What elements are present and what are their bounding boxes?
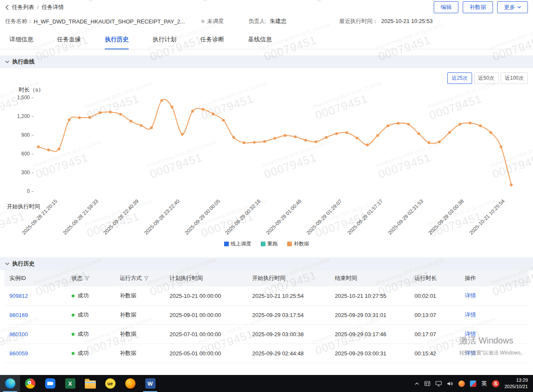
data-point[interactable] [294, 135, 297, 138]
owner-label: 负责人: [248, 18, 267, 24]
data-point[interactable] [428, 141, 430, 144]
curve-section-title: 执行曲线 [12, 58, 35, 66]
data-point[interactable] [366, 144, 369, 146]
instance-id-link[interactable]: 909812 [9, 293, 72, 299]
detail-link[interactable]: 详情 [465, 311, 529, 319]
range-button-last25[interactable]: 近25次 [447, 72, 472, 84]
data-point[interactable] [47, 149, 50, 151]
data-point[interactable] [150, 127, 153, 129]
instance-id-link[interactable]: 860100 [9, 331, 72, 337]
curve-section-header[interactable]: 执行曲线 [0, 55, 533, 68]
data-point[interactable] [212, 112, 214, 115]
breadcrumb-task-list[interactable]: 任务列表 [12, 3, 34, 11]
data-point[interactable] [386, 124, 389, 127]
data-point[interactable] [335, 132, 338, 135]
taskbar-excel-icon[interactable]: X [60, 375, 80, 392]
taskbar-chrome-icon[interactable] [20, 375, 40, 392]
taskbar-explorer-icon[interactable] [80, 375, 100, 392]
data-point[interactable] [274, 137, 276, 139]
tab-diagnosis[interactable]: 任务诊断 [200, 30, 224, 49]
data-point[interactable] [284, 134, 286, 137]
history-section-header[interactable]: 执行历史 [0, 257, 533, 270]
data-point[interactable] [490, 131, 492, 134]
data-point[interactable] [418, 132, 420, 135]
data-point[interactable] [119, 113, 122, 115]
edit-button[interactable]: 编辑 [434, 1, 458, 13]
data-point[interactable] [479, 124, 481, 127]
tab-plan[interactable]: 执行计划 [153, 30, 176, 49]
data-point[interactable] [232, 136, 235, 138]
tab-history[interactable]: 执行历史 [105, 30, 129, 49]
data-point[interactable] [304, 139, 307, 141]
tab-details[interactable]: 详细信息 [9, 30, 33, 49]
data-point[interactable] [253, 141, 256, 144]
data-point[interactable] [356, 137, 358, 139]
data-point[interactable] [68, 118, 70, 121]
tray-network-icon[interactable] [435, 381, 442, 386]
taskbar-firefox-icon[interactable] [120, 375, 140, 392]
data-point[interactable] [458, 123, 461, 125]
filter-icon[interactable] [144, 276, 149, 281]
instance-id-link[interactable]: 860059 [9, 350, 72, 357]
taskbar-clock[interactable]: 13:29 2025/10/21 [504, 377, 528, 390]
detail-link[interactable]: 详情 [465, 349, 529, 357]
taskbar-edge-icon[interactable] [0, 375, 20, 392]
data-point[interactable] [438, 141, 441, 143]
sogou-icon[interactable]: S [492, 380, 499, 387]
tray-chevron-up-icon[interactable] [415, 382, 419, 385]
run-mode: 补数据 [120, 349, 170, 357]
data-point[interactable] [181, 133, 184, 135]
y-tick-label: 1,200 [17, 113, 30, 119]
data-point[interactable] [191, 110, 194, 112]
filter-icon[interactable] [85, 276, 89, 281]
tab-baseline[interactable]: 基线信息 [248, 30, 272, 49]
breadcrumb-separator: / [37, 4, 39, 11]
column-header-planned_time: 计划执行时间 [170, 274, 252, 282]
data-point[interactable] [242, 141, 245, 144]
instance-id-link[interactable]: 860169 [9, 312, 72, 318]
tab-lineage[interactable]: 任务血缘 [57, 30, 81, 49]
data-point[interactable] [263, 140, 266, 143]
taskbar-word-icon[interactable]: W [140, 375, 160, 392]
data-point[interactable] [37, 145, 40, 148]
data-point[interactable] [222, 119, 225, 121]
back-icon[interactable] [5, 5, 9, 10]
data-point[interactable] [500, 145, 502, 148]
data-point[interactable] [346, 131, 348, 134]
data-point[interactable] [109, 111, 112, 113]
data-point[interactable] [202, 108, 204, 110]
data-point[interactable] [397, 122, 399, 124]
taskbar-messenger-icon[interactable] [40, 375, 60, 392]
planned-time: 2025-07-01 00:00:00 [170, 331, 252, 337]
data-point[interactable] [160, 99, 163, 102]
data-point[interactable] [171, 106, 173, 108]
range-button-last50[interactable]: 近50次 [474, 72, 498, 84]
data-point[interactable] [376, 134, 379, 137]
detail-link[interactable]: 详情 [465, 292, 529, 300]
data-point[interactable] [89, 116, 91, 118]
ime-indicator[interactable]: 英 [481, 380, 487, 387]
taskbar-ue-icon[interactable]: ue [100, 375, 120, 392]
edge-icon [5, 378, 15, 389]
backfill-button[interactable]: 补数据 [463, 1, 493, 13]
tray-touch-keyboard-icon[interactable] [424, 381, 430, 386]
data-point[interactable] [58, 147, 60, 150]
data-point[interactable] [325, 136, 328, 138]
tray-volume-icon[interactable] [447, 381, 453, 386]
data-point[interactable] [99, 111, 101, 114]
data-point[interactable] [407, 123, 410, 125]
tray-app-icon[interactable] [470, 380, 476, 387]
task-name-label: 任务名称： [5, 17, 33, 25]
data-point[interactable] [448, 131, 451, 134]
data-point[interactable] [314, 141, 317, 143]
more-button[interactable]: 更多 [497, 1, 528, 13]
data-point[interactable] [78, 116, 81, 119]
data-point[interactable] [130, 120, 132, 122]
data-point[interactable] [510, 184, 513, 186]
range-button-last100[interactable]: 近100次 [501, 72, 528, 84]
data-point[interactable] [140, 124, 142, 127]
ue-icon: ue [105, 378, 115, 389]
tray-flame-icon[interactable] [458, 380, 465, 387]
detail-link[interactable]: 详情 [465, 330, 529, 338]
data-point[interactable] [469, 122, 471, 124]
